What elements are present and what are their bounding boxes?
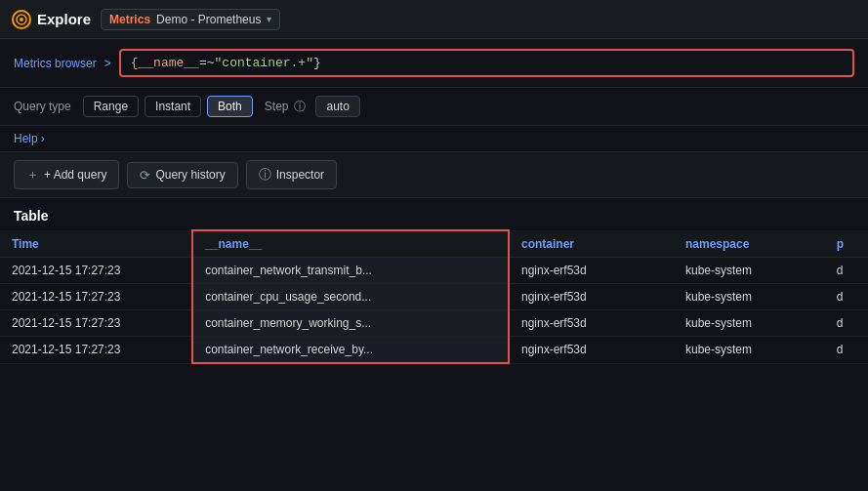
table-row: 2021-12-15 17:27:23container_cpu_usage_s… [0,284,868,310]
cell-time: 2021-12-15 17:27:23 [0,258,192,284]
actions-row: ＋ + Add query ⟳ Query history ⓘ Inspecto… [0,152,868,198]
app-title: Explore [37,11,91,27]
querytype-both-button[interactable]: Both [207,96,253,117]
table-row: 2021-12-15 17:27:23container_memory_work… [0,310,868,337]
cell-container: nginx-erf53d [509,337,674,364]
logo-icon [12,10,31,29]
cell-namespace: kube-system [674,337,825,364]
svg-point-1 [20,18,23,21]
chevron-down-icon: ▾ [267,14,271,24]
history-icon: ⟳ [140,168,150,183]
add-query-button[interactable]: ＋ + Add query [14,160,119,189]
cell-namespace: kube-system [674,310,825,337]
table-area: Table Time __name__ container namespace … [0,198,868,364]
col-header-namespace: namespace [674,230,825,258]
step-value[interactable]: auto [315,96,359,117]
query-val-part: "container.+" [215,56,313,70]
cell-container: nginx-erf53d [509,310,674,337]
col-header-time: Time [0,230,192,258]
app-logo: Explore [12,10,91,29]
datasource-selector[interactable]: Metrics Demo - Prometheus ▾ [101,9,280,30]
cell-time: 2021-12-15 17:27:23 [0,337,192,364]
cell-namespace: kube-system [674,258,825,284]
cell-name: container_cpu_usage_second... [192,284,509,310]
col-header-container: container [509,230,674,258]
cell-p: d [825,284,868,310]
cell-name: container_memory_working_s... [192,310,509,337]
step-info-icon: ⓘ [294,99,306,115]
main-content: Metrics browser > {__name__=~"container.… [0,39,868,364]
col-header-name: __name__ [192,230,509,258]
cell-container: nginx-erf53d [509,284,674,310]
query-input[interactable]: {__name__=~"container.+"} [119,49,854,77]
querytype-range-button[interactable]: Range [83,96,139,117]
help-link[interactable]: Help › [14,132,45,145]
query-history-label: Query history [155,168,225,182]
cell-p: d [825,258,868,284]
plus-icon: ＋ [26,166,39,184]
inspector-button[interactable]: ⓘ Inspector [246,160,337,189]
step-label: Step [265,100,289,113]
query-op-part: =~ [199,56,215,70]
cell-namespace: kube-system [674,284,825,310]
help-label: Help [14,132,38,145]
arrow-icon: > [104,57,111,70]
col-header-p: p [825,230,868,258]
table-header-row: Time __name__ container namespace p [0,230,868,258]
query-key-part: {__name__ [131,56,199,70]
cell-p: d [825,337,868,364]
table-row: 2021-12-15 17:27:23container_network_tra… [0,258,868,284]
table-row: 2021-12-15 17:27:23container_network_rec… [0,337,868,364]
help-row: Help › [0,126,868,152]
query-history-button[interactable]: ⟳ Query history [127,162,237,188]
cell-container: nginx-erf53d [509,258,674,284]
cell-time: 2021-12-15 17:27:23 [0,284,192,310]
cell-name: container_network_transmit_b... [192,258,509,284]
datasource-name: Demo - Prometheus [156,13,261,26]
cell-time: 2021-12-15 17:27:23 [0,310,192,337]
data-table: Time __name__ container namespace p 2021… [0,229,868,364]
querytype-row: Query type Range Instant Both Step ⓘ aut… [0,88,868,126]
querytype-instant-button[interactable]: Instant [145,96,201,117]
metrics-browser-row: Metrics browser > {__name__=~"container.… [0,39,868,88]
cell-name: container_network_receive_by... [192,337,509,364]
topbar: Explore Metrics Demo - Prometheus ▾ [0,0,868,39]
add-query-label: + Add query [44,168,106,182]
table-title: Table [0,198,868,229]
metrics-browser-link[interactable]: Metrics browser [14,57,97,70]
help-arrow-icon: › [41,132,45,145]
cell-p: d [825,310,868,337]
querytype-label: Query type [14,100,71,113]
inspector-label: Inspector [276,168,324,182]
inspector-icon: ⓘ [259,166,271,184]
datasource-type: Metrics [109,13,150,26]
